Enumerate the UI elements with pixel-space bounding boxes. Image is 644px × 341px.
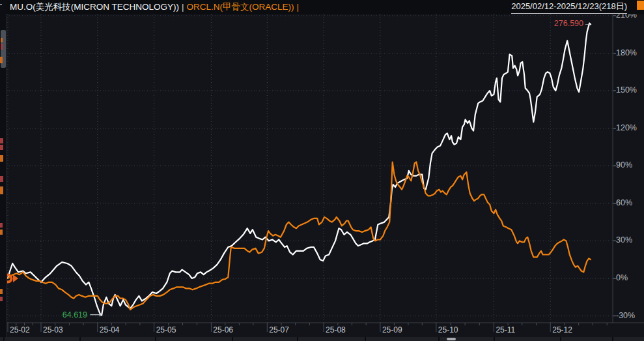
x-axis-label: 25-07 bbox=[269, 325, 289, 334]
max-price-annotation: 276.590→ bbox=[554, 18, 592, 28]
left-edge-mark bbox=[0, 176, 3, 182]
y-axis-label: -30% bbox=[616, 311, 635, 320]
x-axis-label: 25-08 bbox=[326, 325, 346, 334]
left-edge-mark bbox=[0, 297, 3, 301]
x-axis-label: 25-10 bbox=[438, 325, 458, 334]
scrollbar-separator bbox=[612, 337, 613, 341]
left-edge-strip bbox=[0, 0, 7, 341]
legend: MU.O(美光科技(MICRON TECHNOLOGY))|ORCL.N(甲骨文… bbox=[10, 1, 299, 13]
date-range-label[interactable]: 2025/02/12-2025/12/23(218日) bbox=[511, 1, 627, 14]
series-ORCL.N bbox=[8, 162, 591, 310]
x-axis-label: 25-09 bbox=[382, 325, 402, 334]
date-range-selector[interactable]: 2025/02/12-2025/12/23(218日) bbox=[511, 1, 639, 14]
x-axis-label: 25-04 bbox=[100, 325, 120, 334]
scrollbar-separator bbox=[438, 337, 440, 341]
scrollbar-separator bbox=[365, 337, 366, 341]
min-arrow-icon: ⟶ bbox=[89, 310, 102, 319]
left-edge-mark bbox=[0, 145, 3, 150]
scrollbar-separator bbox=[494, 337, 495, 341]
left-edge-mark bbox=[0, 230, 3, 235]
max-arrow-icon: → bbox=[583, 18, 592, 28]
left-edge-mark bbox=[0, 155, 3, 162]
y-axis-label: 180% bbox=[616, 48, 637, 57]
left-corner-dash bbox=[0, 4, 2, 5]
left-edge-mark bbox=[0, 57, 3, 63]
horizontal-scrollbar[interactable] bbox=[0, 337, 644, 341]
y-axis-label: 120% bbox=[616, 123, 637, 132]
left-edge-mark bbox=[0, 289, 3, 294]
left-edge-mark bbox=[0, 186, 3, 194]
y-axis-label: 90% bbox=[616, 160, 632, 170]
legend-trailing-separator: | bbox=[294, 2, 300, 12]
y-axis-label: 150% bbox=[616, 85, 637, 95]
left-edge-mark bbox=[1, 44, 3, 50]
series-MU.O bbox=[8, 23, 591, 316]
x-axis-label: 25-06 bbox=[213, 325, 233, 334]
scrollbar-separator bbox=[3, 337, 5, 341]
legend-orcl-label: ORCL.N(甲骨文(ORACLE)) bbox=[187, 2, 294, 12]
start-point-arrow-icon bbox=[13, 274, 18, 282]
y-axis-label: 60% bbox=[616, 198, 632, 207]
left-edge-mark bbox=[0, 223, 3, 228]
legend-mu-label: MU.O(美光科技(MICRON TECHNOLOGY)) bbox=[10, 2, 179, 12]
scrollbar-thumb[interactable] bbox=[447, 338, 456, 340]
scrollbar-separator bbox=[297, 337, 298, 341]
max-price-value: 276.590 bbox=[554, 19, 583, 28]
x-axis-label: 25-05 bbox=[156, 325, 176, 334]
x-axis-label: 25-12 bbox=[552, 325, 572, 334]
scrollbar-separator bbox=[560, 337, 561, 341]
x-axis-label: 25-11 bbox=[496, 325, 515, 334]
y-axis-label: 0% bbox=[616, 273, 628, 282]
scrollbar-separator bbox=[232, 337, 233, 341]
y-axis-label: 30% bbox=[616, 235, 632, 245]
scrollbar-separator bbox=[155, 337, 156, 341]
x-axis-label: 25-03 bbox=[43, 325, 63, 334]
chart-header-bar: MU.O(美光科技(MICRON TECHNOLOGY))|ORCL.N(甲骨文… bbox=[7, 0, 644, 14]
scrollbar-separator bbox=[79, 337, 81, 341]
left-edge-mark bbox=[1, 38, 3, 42]
min-price-annotation: 64.619 ⟶ bbox=[63, 310, 102, 319]
stock-comparison-chart-panel: MU.O(美光科技(MICRON TECHNOLOGY))|ORCL.N(甲骨文… bbox=[0, 0, 644, 341]
legend-separator: | bbox=[179, 2, 187, 12]
x-axis-label: 25-02 bbox=[10, 325, 30, 334]
corner-color-swatch[interactable] bbox=[637, 1, 644, 10]
left-edge-mark bbox=[0, 138, 3, 143]
min-price-value: 64.619 bbox=[63, 310, 87, 319]
chart-plot-area[interactable] bbox=[0, 0, 644, 341]
